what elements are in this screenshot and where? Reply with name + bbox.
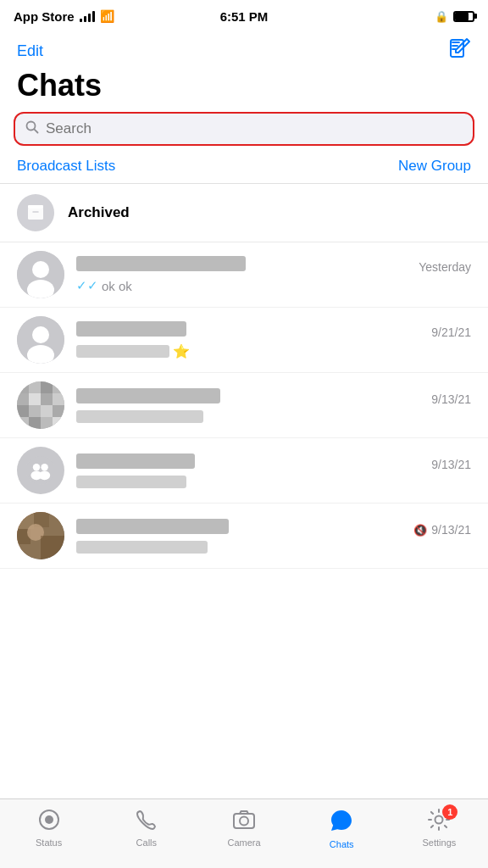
settings-badge: 1 bbox=[442, 804, 458, 820]
chat-top: Yesterday bbox=[76, 256, 471, 275]
camera-tab-label: Camera bbox=[227, 837, 260, 848]
svg-rect-17 bbox=[29, 393, 41, 405]
calls-tab-label: Calls bbox=[136, 837, 157, 848]
chat-preview bbox=[76, 541, 471, 554]
svg-rect-12 bbox=[17, 381, 29, 393]
svg-rect-21 bbox=[29, 405, 41, 417]
new-group-link[interactable]: New Group bbox=[398, 158, 471, 175]
signal-bar-1 bbox=[80, 19, 82, 22]
chat-item[interactable]: 🔇 9/13/21 bbox=[0, 504, 488, 569]
chat-name bbox=[76, 256, 246, 275]
tab-item-camera[interactable]: Camera bbox=[195, 806, 292, 848]
svg-point-7 bbox=[32, 261, 49, 278]
chat-top: 9/21/21 bbox=[76, 321, 471, 341]
chat-item[interactable]: 9/13/21 bbox=[0, 438, 488, 504]
chat-content: 9/13/21 bbox=[76, 388, 471, 423]
tab-item-chats[interactable]: Chats bbox=[293, 806, 391, 849]
chat-name bbox=[76, 388, 220, 408]
chats-tab-icon bbox=[329, 808, 354, 837]
svg-rect-20 bbox=[17, 405, 29, 417]
svg-rect-25 bbox=[29, 417, 41, 429]
avatar bbox=[17, 251, 64, 298]
battery-icon bbox=[453, 11, 474, 22]
chat-item[interactable]: 9/21/21 ⭐ bbox=[0, 308, 488, 373]
chat-time: 9/21/21 bbox=[431, 326, 471, 339]
chat-top: 9/13/21 bbox=[76, 388, 471, 408]
svg-rect-24 bbox=[17, 417, 29, 429]
chat-preview: ✓✓ ok ok bbox=[76, 278, 471, 293]
chat-content: 9/21/21 ⭐ bbox=[76, 321, 471, 359]
chat-content: 9/13/21 bbox=[76, 453, 471, 488]
broadcast-lists-link[interactable]: Broadcast Lists bbox=[17, 158, 115, 175]
svg-rect-16 bbox=[17, 393, 29, 405]
archived-label: Archived bbox=[68, 204, 130, 221]
tab-bar: Status Calls Camera Chats bbox=[0, 798, 488, 868]
chat-top: 🔇 9/13/21 bbox=[76, 519, 471, 538]
chats-tab-label: Chats bbox=[330, 839, 354, 849]
chat-time: 9/13/21 bbox=[431, 523, 471, 537]
settings-tab-label: Settings bbox=[423, 837, 457, 848]
svg-rect-38 bbox=[41, 536, 64, 559]
mute-icon: 🔇 bbox=[413, 524, 427, 537]
status-time: 6:51 PM bbox=[220, 9, 269, 24]
search-input[interactable] bbox=[46, 120, 463, 137]
status-tab-icon bbox=[37, 808, 61, 835]
chat-item[interactable]: 9/13/21 bbox=[0, 373, 488, 438]
status-right: 🔒 bbox=[435, 10, 474, 23]
chat-name bbox=[76, 519, 229, 538]
chat-time: 9/13/21 bbox=[431, 392, 471, 406]
chat-preview bbox=[76, 476, 471, 488]
lock-icon: 🔒 bbox=[435, 10, 448, 23]
archived-icon bbox=[17, 194, 54, 231]
svg-rect-15 bbox=[53, 381, 64, 393]
chat-name bbox=[76, 321, 186, 341]
compose-button[interactable] bbox=[449, 37, 471, 64]
page-title: Chats bbox=[0, 64, 488, 112]
svg-rect-4 bbox=[28, 205, 43, 209]
edit-button[interactable]: Edit bbox=[17, 42, 43, 60]
signal-bar-3 bbox=[88, 14, 91, 22]
tab-item-status[interactable]: Status bbox=[0, 806, 97, 848]
carrier-label: App Store bbox=[14, 9, 75, 24]
svg-rect-22 bbox=[41, 405, 53, 417]
svg-point-29 bbox=[33, 464, 40, 470]
avatar bbox=[17, 447, 64, 494]
chat-top: 9/13/21 bbox=[76, 453, 471, 473]
tab-item-calls[interactable]: Calls bbox=[97, 806, 195, 848]
svg-point-42 bbox=[240, 817, 248, 826]
battery-fill bbox=[455, 13, 469, 20]
chat-item[interactable]: Yesterday ✓✓ ok ok bbox=[0, 242, 488, 308]
signal-bars bbox=[80, 10, 95, 22]
svg-line-2 bbox=[34, 129, 37, 132]
chat-time: 9/13/21 bbox=[431, 458, 471, 471]
archived-row[interactable]: Archived bbox=[0, 184, 488, 242]
tab-item-settings[interactable]: 1 Settings bbox=[391, 806, 488, 848]
avatar bbox=[17, 316, 64, 364]
carrier-info: App Store 📶 bbox=[14, 9, 114, 24]
svg-rect-23 bbox=[53, 405, 64, 417]
search-container bbox=[0, 112, 488, 154]
avatar bbox=[17, 381, 64, 429]
wifi-icon: 📶 bbox=[100, 9, 114, 23]
search-bar[interactable] bbox=[14, 112, 474, 146]
svg-rect-26 bbox=[41, 417, 53, 429]
header: Edit bbox=[0, 32, 488, 64]
chat-content: Yesterday ✓✓ ok ok bbox=[76, 256, 471, 293]
status-bar: App Store 📶 6:51 PM 🔒 bbox=[0, 0, 488, 32]
svg-point-40 bbox=[45, 815, 53, 824]
signal-bar-4 bbox=[92, 11, 95, 22]
svg-point-10 bbox=[32, 326, 49, 343]
action-row: Broadcast Lists New Group bbox=[0, 154, 488, 184]
svg-rect-27 bbox=[53, 417, 64, 429]
signal-bar-2 bbox=[84, 16, 86, 22]
chat-preview: ⭐ bbox=[76, 343, 471, 359]
chat-list: Yesterday ✓✓ ok ok 9/21/21 bbox=[0, 242, 488, 569]
svg-point-30 bbox=[42, 464, 48, 470]
settings-tab-badge-container: 1 bbox=[427, 808, 451, 835]
svg-point-32 bbox=[39, 471, 50, 481]
svg-rect-14 bbox=[41, 381, 53, 393]
preview-emoji: ⭐ bbox=[173, 343, 190, 359]
svg-rect-3 bbox=[28, 208, 43, 220]
calls-tab-icon bbox=[135, 808, 158, 835]
search-icon bbox=[25, 120, 39, 137]
